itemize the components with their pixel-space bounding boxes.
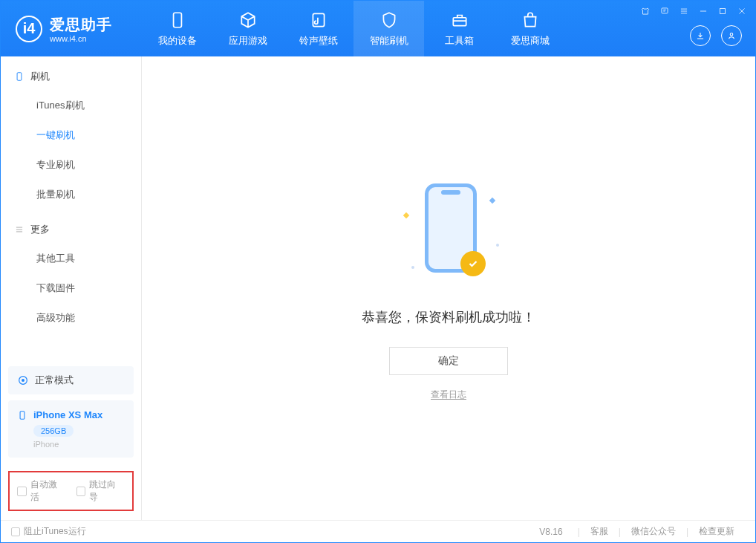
confirm-button[interactable]: 确定 (389, 347, 508, 375)
tab-apps[interactable]: 应用游戏 (212, 1, 283, 56)
minimize-button[interactable] (697, 5, 709, 17)
window-controls (639, 5, 748, 17)
svg-rect-1 (313, 13, 324, 26)
checkbox-auto-activate[interactable]: 自动激活 (17, 478, 66, 504)
maximize-button[interactable] (717, 5, 729, 17)
sidebar-section-more: 更多 (1, 209, 141, 244)
svg-rect-4 (662, 8, 668, 13)
user-button[interactable] (721, 25, 742, 46)
tab-label: 铃声壁纸 (299, 34, 338, 48)
sidebar-item-download-fw[interactable]: 下载固件 (1, 273, 141, 303)
svg-rect-6 (17, 73, 22, 81)
menu-icon[interactable] (678, 5, 690, 17)
checkbox-icon (17, 487, 27, 496)
device-mode-label: 正常模式 (35, 374, 74, 387)
feedback-icon[interactable] (659, 5, 671, 17)
sidebar-item-other-tools[interactable]: 其他工具 (1, 244, 141, 273)
device-type: iPhone (33, 440, 125, 449)
success-message: 恭喜您，保资料刷机成功啦！ (362, 308, 535, 326)
tab-label: 智能刷机 (370, 34, 408, 48)
app-header: i4 爱思助手 www.i4.cn 我的设备 应用游戏 铃声壁纸 智能刷机 工具… (1, 1, 755, 56)
main-content: 恭喜您，保资料刷机成功啦！ 确定 查看日志 (142, 56, 755, 520)
status-bar: 阻止iTunes运行 V8.16 | 客服 | 微信公众号 | 检查更新 (1, 520, 755, 542)
shield-icon (379, 10, 399, 30)
sidebar: 刷机 iTunes刷机 一键刷机 专业刷机 批量刷机 更多 其他工具 下载固件 … (1, 56, 142, 520)
tshirt-icon[interactable] (639, 5, 651, 17)
footer-link-update[interactable]: 检查更新 (688, 525, 745, 538)
footer-link-support[interactable]: 客服 (580, 525, 619, 538)
sidebar-item-advanced[interactable]: 高级功能 (1, 303, 141, 333)
sidebar-item-batch-flash[interactable]: 批量刷机 (1, 180, 141, 209)
svg-rect-0 (173, 13, 181, 27)
sidebar-item-pro-flash[interactable]: 专业刷机 (1, 150, 141, 180)
checkbox-block-itunes[interactable]: 阻止iTunes运行 (11, 525, 86, 538)
tab-store[interactable]: 爱思商城 (495, 1, 565, 56)
main-tabs: 我的设备 应用游戏 铃声壁纸 智能刷机 工具箱 爱思商城 (142, 1, 565, 56)
svg-rect-2 (453, 17, 466, 25)
device-name: iPhone XS Max (17, 409, 125, 420)
tab-flash[interactable]: 智能刷机 (353, 1, 424, 56)
tab-device[interactable]: 我的设备 (142, 1, 212, 56)
flash-options-highlight: 自动激活 跳过向导 (8, 471, 134, 511)
svg-point-3 (730, 33, 733, 36)
bag-icon (521, 10, 540, 30)
tab-ring[interactable]: 铃声壁纸 (283, 1, 353, 56)
sidebar-item-itunes-flash[interactable]: iTunes刷机 (1, 91, 141, 120)
footer-link-wechat[interactable]: 微信公众号 (621, 525, 686, 538)
tab-label: 我的设备 (158, 34, 197, 48)
success-illustration (389, 176, 508, 287)
download-button[interactable] (690, 25, 711, 46)
svg-rect-5 (720, 9, 726, 14)
tab-label: 工具箱 (445, 34, 474, 48)
sidebar-item-oneclick-flash[interactable]: 一键刷机 (1, 120, 141, 150)
cube-icon (238, 10, 258, 30)
tab-tools[interactable]: 工具箱 (424, 1, 495, 56)
checkbox-icon (11, 527, 20, 536)
close-button[interactable] (736, 5, 748, 17)
tab-label: 爱思商城 (511, 34, 550, 48)
svg-point-8 (22, 379, 25, 382)
toolbox-icon (450, 10, 469, 30)
device-mode-box[interactable]: 正常模式 (8, 366, 134, 394)
version-label: V8.16 (539, 527, 562, 537)
header-actions (690, 25, 742, 46)
logo[interactable]: i4 爱思助手 www.i4.cn (1, 15, 142, 43)
logo-icon: i4 (16, 16, 42, 42)
music-icon (309, 10, 328, 30)
device-storage-badge: 256GB (33, 425, 74, 437)
view-log-link[interactable]: 查看日志 (431, 388, 466, 401)
sidebar-section-flash: 刷机 (1, 56, 141, 91)
checkmark-badge-icon (460, 251, 486, 276)
app-title: 爱思助手 (50, 15, 112, 35)
app-subtitle: www.i4.cn (50, 34, 112, 43)
svg-rect-9 (20, 411, 25, 419)
phone-icon (168, 10, 187, 30)
device-info-box[interactable]: iPhone XS Max 256GB iPhone (8, 400, 134, 458)
checkbox-icon (76, 487, 86, 496)
checkbox-skip-guide[interactable]: 跳过向导 (76, 478, 126, 504)
tab-label: 应用游戏 (229, 34, 267, 48)
